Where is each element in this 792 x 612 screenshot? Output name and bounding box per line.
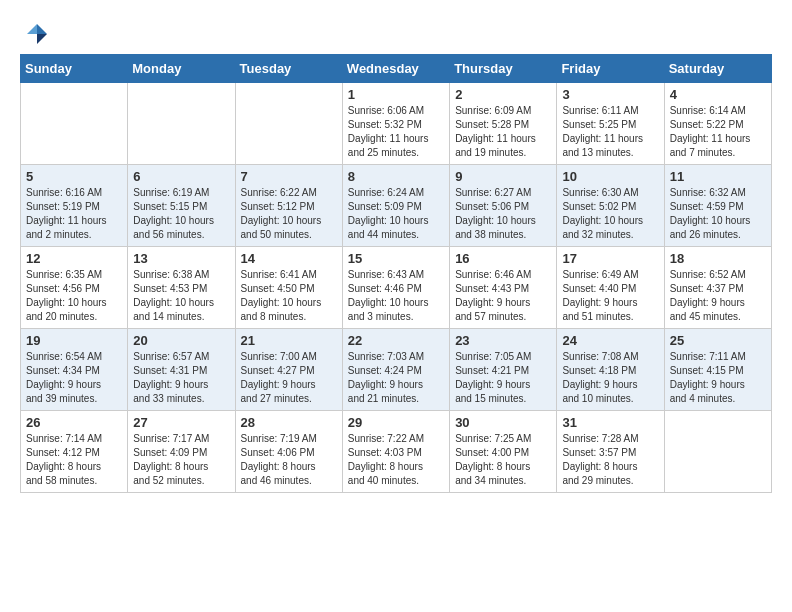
calendar-cell: 18Sunrise: 6:52 AM Sunset: 4:37 PM Dayli…	[664, 247, 771, 329]
day-number: 23	[455, 333, 551, 348]
day-info: Sunrise: 6:14 AM Sunset: 5:22 PM Dayligh…	[670, 104, 766, 160]
calendar-cell: 1Sunrise: 6:06 AM Sunset: 5:32 PM Daylig…	[342, 83, 449, 165]
day-info: Sunrise: 6:22 AM Sunset: 5:12 PM Dayligh…	[241, 186, 337, 242]
day-info: Sunrise: 6:19 AM Sunset: 5:15 PM Dayligh…	[133, 186, 229, 242]
day-number: 28	[241, 415, 337, 430]
day-number: 6	[133, 169, 229, 184]
calendar-week-row: 19Sunrise: 6:54 AM Sunset: 4:34 PM Dayli…	[21, 329, 772, 411]
day-info: Sunrise: 6:57 AM Sunset: 4:31 PM Dayligh…	[133, 350, 229, 406]
day-info: Sunrise: 7:25 AM Sunset: 4:00 PM Dayligh…	[455, 432, 551, 488]
day-info: Sunrise: 6:24 AM Sunset: 5:09 PM Dayligh…	[348, 186, 444, 242]
logo	[20, 20, 51, 44]
day-number: 4	[670, 87, 766, 102]
day-info: Sunrise: 6:27 AM Sunset: 5:06 PM Dayligh…	[455, 186, 551, 242]
calendar-cell: 29Sunrise: 7:22 AM Sunset: 4:03 PM Dayli…	[342, 411, 449, 493]
calendar-cell	[128, 83, 235, 165]
day-info: Sunrise: 6:41 AM Sunset: 4:50 PM Dayligh…	[241, 268, 337, 324]
weekday-header: Friday	[557, 55, 664, 83]
day-info: Sunrise: 6:52 AM Sunset: 4:37 PM Dayligh…	[670, 268, 766, 324]
calendar-cell	[21, 83, 128, 165]
day-info: Sunrise: 6:11 AM Sunset: 5:25 PM Dayligh…	[562, 104, 658, 160]
day-number: 19	[26, 333, 122, 348]
day-info: Sunrise: 6:32 AM Sunset: 4:59 PM Dayligh…	[670, 186, 766, 242]
day-number: 27	[133, 415, 229, 430]
day-info: Sunrise: 6:49 AM Sunset: 4:40 PM Dayligh…	[562, 268, 658, 324]
calendar-header-row: SundayMondayTuesdayWednesdayThursdayFrid…	[21, 55, 772, 83]
calendar-cell: 14Sunrise: 6:41 AM Sunset: 4:50 PM Dayli…	[235, 247, 342, 329]
day-number: 17	[562, 251, 658, 266]
calendar-cell: 13Sunrise: 6:38 AM Sunset: 4:53 PM Dayli…	[128, 247, 235, 329]
day-number: 26	[26, 415, 122, 430]
day-info: Sunrise: 6:54 AM Sunset: 4:34 PM Dayligh…	[26, 350, 122, 406]
weekday-header: Sunday	[21, 55, 128, 83]
day-number: 25	[670, 333, 766, 348]
svg-marker-0	[37, 24, 47, 34]
calendar-cell: 22Sunrise: 7:03 AM Sunset: 4:24 PM Dayli…	[342, 329, 449, 411]
day-info: Sunrise: 6:43 AM Sunset: 4:46 PM Dayligh…	[348, 268, 444, 324]
day-number: 18	[670, 251, 766, 266]
day-info: Sunrise: 6:09 AM Sunset: 5:28 PM Dayligh…	[455, 104, 551, 160]
day-number: 15	[348, 251, 444, 266]
day-number: 16	[455, 251, 551, 266]
day-number: 11	[670, 169, 766, 184]
logo-icon	[23, 20, 51, 48]
calendar-cell: 21Sunrise: 7:00 AM Sunset: 4:27 PM Dayli…	[235, 329, 342, 411]
day-number: 12	[26, 251, 122, 266]
calendar-cell: 17Sunrise: 6:49 AM Sunset: 4:40 PM Dayli…	[557, 247, 664, 329]
calendar-cell: 2Sunrise: 6:09 AM Sunset: 5:28 PM Daylig…	[450, 83, 557, 165]
day-info: Sunrise: 7:05 AM Sunset: 4:21 PM Dayligh…	[455, 350, 551, 406]
calendar-week-row: 5Sunrise: 6:16 AM Sunset: 5:19 PM Daylig…	[21, 165, 772, 247]
calendar-cell: 9Sunrise: 6:27 AM Sunset: 5:06 PM Daylig…	[450, 165, 557, 247]
calendar-cell	[664, 411, 771, 493]
day-info: Sunrise: 7:03 AM Sunset: 4:24 PM Dayligh…	[348, 350, 444, 406]
calendar-cell: 19Sunrise: 6:54 AM Sunset: 4:34 PM Dayli…	[21, 329, 128, 411]
weekday-header: Monday	[128, 55, 235, 83]
calendar-cell: 3Sunrise: 6:11 AM Sunset: 5:25 PM Daylig…	[557, 83, 664, 165]
day-info: Sunrise: 6:38 AM Sunset: 4:53 PM Dayligh…	[133, 268, 229, 324]
calendar-cell: 30Sunrise: 7:25 AM Sunset: 4:00 PM Dayli…	[450, 411, 557, 493]
calendar-cell: 26Sunrise: 7:14 AM Sunset: 4:12 PM Dayli…	[21, 411, 128, 493]
calendar-week-row: 26Sunrise: 7:14 AM Sunset: 4:12 PM Dayli…	[21, 411, 772, 493]
day-number: 1	[348, 87, 444, 102]
weekday-header: Saturday	[664, 55, 771, 83]
calendar-week-row: 1Sunrise: 6:06 AM Sunset: 5:32 PM Daylig…	[21, 83, 772, 165]
day-info: Sunrise: 7:28 AM Sunset: 3:57 PM Dayligh…	[562, 432, 658, 488]
day-info: Sunrise: 7:08 AM Sunset: 4:18 PM Dayligh…	[562, 350, 658, 406]
day-number: 22	[348, 333, 444, 348]
day-info: Sunrise: 6:30 AM Sunset: 5:02 PM Dayligh…	[562, 186, 658, 242]
day-number: 7	[241, 169, 337, 184]
day-number: 30	[455, 415, 551, 430]
day-number: 3	[562, 87, 658, 102]
day-info: Sunrise: 7:14 AM Sunset: 4:12 PM Dayligh…	[26, 432, 122, 488]
day-info: Sunrise: 7:17 AM Sunset: 4:09 PM Dayligh…	[133, 432, 229, 488]
weekday-header: Wednesday	[342, 55, 449, 83]
day-info: Sunrise: 6:35 AM Sunset: 4:56 PM Dayligh…	[26, 268, 122, 324]
day-number: 29	[348, 415, 444, 430]
day-info: Sunrise: 7:22 AM Sunset: 4:03 PM Dayligh…	[348, 432, 444, 488]
calendar-cell: 25Sunrise: 7:11 AM Sunset: 4:15 PM Dayli…	[664, 329, 771, 411]
calendar-cell: 23Sunrise: 7:05 AM Sunset: 4:21 PM Dayli…	[450, 329, 557, 411]
calendar-cell: 16Sunrise: 6:46 AM Sunset: 4:43 PM Dayli…	[450, 247, 557, 329]
weekday-header: Thursday	[450, 55, 557, 83]
day-info: Sunrise: 7:19 AM Sunset: 4:06 PM Dayligh…	[241, 432, 337, 488]
calendar-cell: 31Sunrise: 7:28 AM Sunset: 3:57 PM Dayli…	[557, 411, 664, 493]
calendar-cell: 10Sunrise: 6:30 AM Sunset: 5:02 PM Dayli…	[557, 165, 664, 247]
calendar-cell: 4Sunrise: 6:14 AM Sunset: 5:22 PM Daylig…	[664, 83, 771, 165]
day-number: 20	[133, 333, 229, 348]
calendar-cell: 24Sunrise: 7:08 AM Sunset: 4:18 PM Dayli…	[557, 329, 664, 411]
day-number: 13	[133, 251, 229, 266]
svg-marker-1	[37, 34, 47, 44]
day-number: 8	[348, 169, 444, 184]
calendar-cell: 27Sunrise: 7:17 AM Sunset: 4:09 PM Dayli…	[128, 411, 235, 493]
day-number: 10	[562, 169, 658, 184]
calendar-table: SundayMondayTuesdayWednesdayThursdayFrid…	[20, 54, 772, 493]
day-info: Sunrise: 6:46 AM Sunset: 4:43 PM Dayligh…	[455, 268, 551, 324]
day-number: 9	[455, 169, 551, 184]
day-info: Sunrise: 7:11 AM Sunset: 4:15 PM Dayligh…	[670, 350, 766, 406]
day-number: 14	[241, 251, 337, 266]
day-info: Sunrise: 6:06 AM Sunset: 5:32 PM Dayligh…	[348, 104, 444, 160]
calendar-cell: 11Sunrise: 6:32 AM Sunset: 4:59 PM Dayli…	[664, 165, 771, 247]
calendar-week-row: 12Sunrise: 6:35 AM Sunset: 4:56 PM Dayli…	[21, 247, 772, 329]
calendar-cell	[235, 83, 342, 165]
calendar-cell: 5Sunrise: 6:16 AM Sunset: 5:19 PM Daylig…	[21, 165, 128, 247]
